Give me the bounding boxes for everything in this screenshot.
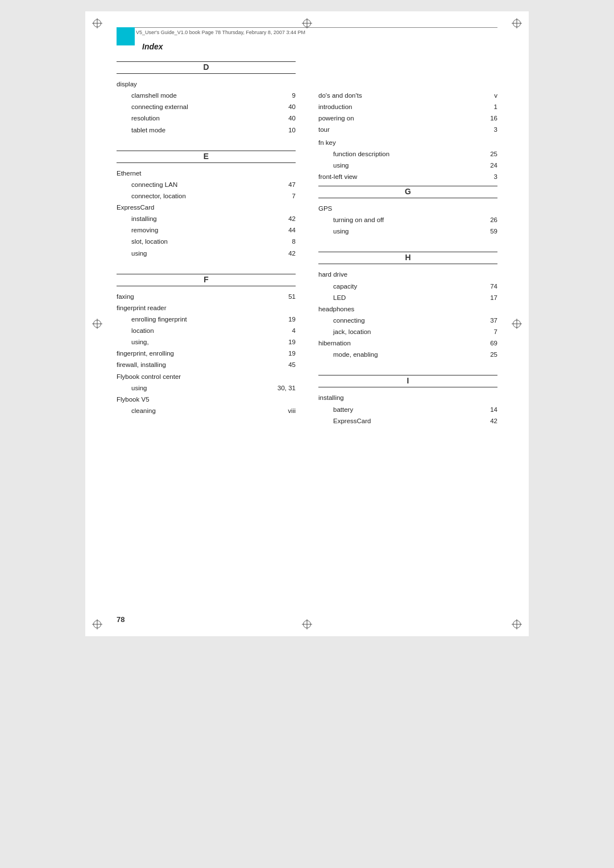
reg-mark-bottom-center (302, 619, 312, 629)
section-header-I: I (318, 376, 497, 387)
section-header-H: H (318, 253, 497, 264)
section-header-E: E (117, 152, 296, 163)
list-item: fingerprint, enrolling 19 (117, 348, 296, 359)
file-info: Flybook V5_User's Guide_V1.0 book Page 7… (117, 27, 497, 35)
list-item: Flybook control center (117, 371, 296, 382)
list-item: hibernation 69 (318, 337, 497, 349)
section-I: I installing battery 14 ExpressCard 42 (318, 376, 497, 426)
list-item: Flybook V5 (117, 394, 296, 405)
list-item: turning on and off 26 (318, 214, 497, 226)
list-item: display (117, 78, 296, 90)
section-F: F faxing 51 fingerprint reader enrolling… (117, 275, 296, 416)
list-item: location 4 (117, 325, 296, 336)
list-item: resolution 40 (117, 112, 296, 124)
list-item: fn key (318, 137, 497, 148)
section-D-cont: do's and don'ts v introduction 1 powerin… (318, 90, 497, 182)
section-H: H hard drive capacity 74 LED 17 headphon… (318, 253, 497, 360)
list-item: installing (318, 392, 497, 403)
list-item: function description 25 (318, 148, 497, 160)
list-item: using 59 (318, 226, 497, 237)
section-E: E Ethernet connecting LAN 47 connector, … (117, 152, 296, 259)
list-item: using, 19 (117, 336, 296, 348)
list-item: headphones (318, 303, 497, 315)
list-item: capacity 74 (318, 281, 497, 292)
reg-mark-mid-right (512, 319, 522, 329)
section-header-G: G (318, 187, 497, 198)
page-title: Index (85, 35, 529, 51)
list-item: tablet mode 10 (117, 124, 296, 136)
list-item: hard drive (318, 269, 497, 280)
list-item: battery 14 (318, 404, 497, 415)
list-item: firewall, installing 45 (117, 359, 296, 370)
section-header-F: F (117, 275, 296, 286)
list-item: connecting external 40 (117, 101, 296, 112)
right-column: do's and don'ts v introduction 1 powerin… (318, 62, 497, 443)
list-item: LED 17 (318, 292, 497, 303)
list-item: Ethernet (117, 168, 296, 179)
list-item: introduction 1 (318, 101, 497, 112)
section-header-D: D (117, 62, 296, 74)
left-column: D display clamshell mode 9 connecting ex… (117, 62, 296, 443)
list-item: faxing 51 (117, 291, 296, 302)
list-item: clamshell mode 9 (117, 90, 296, 101)
reg-mark-bottom-right (512, 619, 522, 629)
list-item: enrolling fingerprint 19 (117, 314, 296, 325)
list-item: GPS (318, 203, 497, 214)
list-item: removing 44 (117, 224, 296, 236)
list-item: installing 42 (117, 213, 296, 224)
page: Flybook V5_User's Guide_V1.0 book Page 7… (85, 11, 529, 636)
page-number: 78 (117, 615, 125, 624)
list-item: ExpressCard (117, 202, 296, 213)
list-item: front-left view 3 (318, 171, 497, 182)
list-item: jack, location 7 (318, 326, 497, 337)
title-text: Index (142, 42, 163, 51)
list-item: do's and don'ts v (318, 90, 497, 101)
section-D: D display clamshell mode 9 connecting ex… (117, 62, 296, 136)
list-item: connector, location 7 (117, 190, 296, 202)
reg-mark-mid-left (92, 319, 102, 329)
cyan-accent-block (117, 27, 135, 45)
list-item: connecting 37 (318, 315, 497, 326)
list-item: cleaning viii (117, 405, 296, 416)
list-item: connecting LAN 47 (117, 179, 296, 190)
list-item: ExpressCard 42 (318, 415, 497, 427)
list-item: using 42 (117, 248, 296, 259)
list-item: mode, enabling 25 (318, 349, 497, 360)
section-G: G GPS turning on and off 26 using 59 (318, 187, 497, 237)
list-item: slot, location 8 (117, 236, 296, 247)
list-item: fingerprint reader (117, 302, 296, 314)
list-item: powering on 16 (318, 112, 497, 124)
reg-mark-bottom-left (92, 619, 102, 629)
list-item: using 30, 31 (117, 382, 296, 394)
list-item: using 24 (318, 160, 497, 171)
list-item: tour 3 (318, 124, 497, 135)
header: Flybook V5_User's Guide_V1.0 book Page 7… (85, 11, 529, 35)
content-area: D display clamshell mode 9 connecting ex… (85, 51, 529, 465)
